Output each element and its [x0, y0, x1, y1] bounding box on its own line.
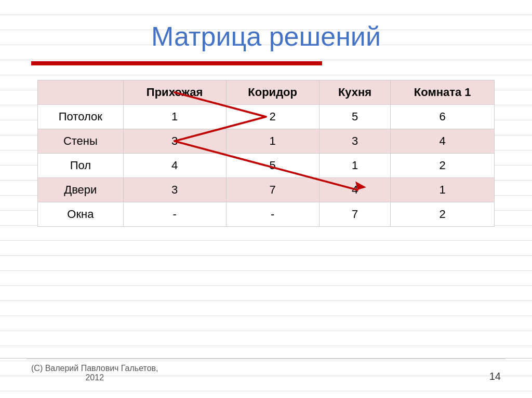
cell-steny-kukhnya: 3 — [319, 129, 391, 154]
row-label-potolok: Потолок — [38, 105, 124, 129]
table-row: Двери 3 7 4 1 — [38, 178, 495, 202]
row-label-steny: Стены — [38, 129, 124, 154]
cell-okna-kukhnya: 7 — [319, 202, 391, 227]
cell-okna-koridor: - — [226, 202, 319, 227]
table-header-row: Прихожая Коридор Кухня Комната 1 — [38, 80, 495, 105]
cell-pol-prikhojaya: 4 — [123, 154, 226, 178]
cell-okna-komnata1: 2 — [391, 202, 495, 227]
cell-steny-komnata1: 4 — [391, 129, 495, 154]
cell-okna-prikhojaya: - — [123, 202, 226, 227]
table-row: Окна - - 7 2 — [38, 202, 495, 227]
cell-pol-koridor: 5 — [226, 154, 319, 178]
row-label-pol: Пол — [38, 154, 124, 178]
cell-potolok-koridor: 2 — [226, 105, 319, 129]
header-koridor: Коридор — [226, 80, 319, 105]
cell-potolok-kukhnya: 5 — [319, 105, 391, 129]
cell-dveri-koridor: 7 — [226, 178, 319, 202]
cell-potolok-komnata1: 6 — [391, 105, 495, 129]
footer-page: 14 — [489, 370, 501, 382]
cell-steny-prikhojaya: 3 — [123, 129, 226, 154]
slide-title: Матрица решений — [151, 21, 381, 52]
header-prikhojaya: Прихожая — [123, 80, 226, 105]
table-container: Прихожая Коридор Кухня Комната 1 Потолок… — [37, 80, 495, 227]
cell-pol-komnata1: 2 — [391, 154, 495, 178]
cell-potolok-prikhojaya: 1 — [123, 105, 226, 129]
cell-steny-koridor: 1 — [226, 129, 319, 154]
cell-pol-kukhnya: 1 — [319, 154, 391, 178]
table-row: Стены 3 1 3 4 — [38, 129, 495, 154]
row-label-dveri: Двери — [38, 178, 124, 202]
cell-dveri-komnata1: 1 — [391, 178, 495, 202]
header-komnata1: Комната 1 — [391, 80, 495, 105]
table-row: Потолок 1 2 5 6 — [38, 105, 495, 129]
header-kukhnya: Кухня — [319, 80, 391, 105]
footer-copyright: (С) Валерий Павлович Гальетов, 2012 — [31, 364, 158, 382]
slide: Матрица решений Прихожая Коридор Кухня К… — [0, 0, 532, 398]
header-empty — [38, 80, 124, 105]
red-bar — [31, 61, 322, 65]
cell-dveri-kukhnya: 4 — [319, 178, 391, 202]
row-label-okna: Окна — [38, 202, 124, 227]
footer: (С) Валерий Павлович Гальетов, 2012 14 — [0, 358, 532, 382]
cell-dveri-prikhojaya: 3 — [123, 178, 226, 202]
table-row: Пол 4 5 1 2 — [38, 154, 495, 178]
decision-matrix-table: Прихожая Коридор Кухня Комната 1 Потолок… — [37, 80, 495, 227]
